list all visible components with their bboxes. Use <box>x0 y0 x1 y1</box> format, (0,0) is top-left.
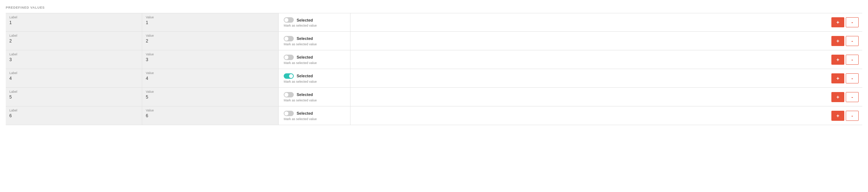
selected-sublabel-6: Mark as selected value <box>284 117 345 121</box>
selected-sublabel-2: Mark as selected value <box>284 42 345 46</box>
label-field-3[interactable]: Label 3 <box>6 50 142 69</box>
toggle-4[interactable] <box>284 73 294 79</box>
selected-label-4: Selected <box>297 74 313 78</box>
table-row: Label 1 Value 1 Selected Mark as selecte… <box>6 13 862 32</box>
selected-group-1: Selected Mark as selected value <box>279 13 351 31</box>
label-field-header-4: Label <box>9 71 138 75</box>
actions-group-5: + - <box>351 88 862 106</box>
toggle-5[interactable] <box>284 92 294 97</box>
selected-sublabel-4: Mark as selected value <box>284 80 345 83</box>
value-field-5[interactable]: Value 5 <box>142 88 279 106</box>
selected-sublabel-3: Mark as selected value <box>284 61 345 65</box>
label-field-1[interactable]: Label 1 <box>6 13 142 31</box>
remove-button-3[interactable]: - <box>846 55 859 65</box>
actions-group-3: + - <box>351 50 862 69</box>
selected-sublabel-1: Mark as selected value <box>284 24 345 27</box>
add-button-4[interactable]: + <box>831 73 844 83</box>
actions-group-6: + - <box>351 106 862 125</box>
add-button-5[interactable]: + <box>831 92 844 102</box>
value-field-value-4: 4 <box>146 76 275 81</box>
value-field-value-6: 6 <box>146 113 275 118</box>
selected-group-6: Selected Mark as selected value <box>279 106 351 125</box>
selected-label-2: Selected <box>297 36 313 41</box>
add-button-2[interactable]: + <box>831 36 844 46</box>
rows-container: Label 1 Value 1 Selected Mark as selecte… <box>6 13 862 125</box>
label-field-header-6: Label <box>9 109 138 112</box>
selected-label-1: Selected <box>297 18 313 22</box>
label-field-value-3: 3 <box>9 57 138 62</box>
label-field-header-1: Label <box>9 15 138 19</box>
selected-sublabel-5: Mark as selected value <box>284 99 345 102</box>
table-row: Label 5 Value 5 Selected Mark as selecte… <box>6 88 862 106</box>
label-field-value-5: 5 <box>9 95 138 100</box>
label-field-header-5: Label <box>9 90 138 93</box>
value-field-value-2: 2 <box>146 38 275 44</box>
remove-button-2[interactable]: - <box>846 36 859 46</box>
add-button-3[interactable]: + <box>831 55 844 65</box>
remove-button-6[interactable]: - <box>846 111 859 121</box>
add-button-6[interactable]: + <box>831 111 844 121</box>
selected-group-4: Selected Mark as selected value <box>279 69 351 87</box>
table-row: Label 4 Value 4 Selected Mark as selecte… <box>6 69 862 88</box>
value-field-value-5: 5 <box>146 95 275 100</box>
value-field-header-3: Value <box>146 52 275 56</box>
value-field-3[interactable]: Value 3 <box>142 50 279 69</box>
remove-button-5[interactable]: - <box>846 92 859 102</box>
table-row: Label 3 Value 3 Selected Mark as selecte… <box>6 50 862 69</box>
selected-label-6: Selected <box>297 111 313 115</box>
label-field-header-3: Label <box>9 52 138 56</box>
label-field-header-2: Label <box>9 34 138 37</box>
toggle-2[interactable] <box>284 36 294 41</box>
value-field-header-5: Value <box>146 90 275 93</box>
toggle-3[interactable] <box>284 55 294 60</box>
selected-group-2: Selected Mark as selected value <box>279 32 351 50</box>
selected-group-5: Selected Mark as selected value <box>279 88 351 106</box>
value-field-header-2: Value <box>146 34 275 37</box>
label-field-value-6: 6 <box>9 113 138 118</box>
value-field-header-1: Value <box>146 15 275 19</box>
selected-group-3: Selected Mark as selected value <box>279 50 351 69</box>
label-field-value-1: 1 <box>9 20 138 25</box>
label-field-2[interactable]: Label 2 <box>6 32 142 50</box>
actions-group-4: + - <box>351 69 862 87</box>
value-field-4[interactable]: Value 4 <box>142 69 279 87</box>
label-field-5[interactable]: Label 5 <box>6 88 142 106</box>
value-field-header-4: Value <box>146 71 275 75</box>
add-button-1[interactable]: + <box>831 17 844 27</box>
toggle-1[interactable] <box>284 17 294 23</box>
value-field-value-3: 3 <box>146 57 275 62</box>
label-field-value-4: 4 <box>9 76 138 81</box>
label-field-value-2: 2 <box>9 38 138 44</box>
value-field-2[interactable]: Value 2 <box>142 32 279 50</box>
table-row: Label 6 Value 6 Selected Mark as selecte… <box>6 106 862 125</box>
value-field-header-6: Value <box>146 109 275 112</box>
remove-button-1[interactable]: - <box>846 17 859 27</box>
selected-label-5: Selected <box>297 92 313 97</box>
actions-group-2: + - <box>351 32 862 50</box>
value-field-value-1: 1 <box>146 20 275 25</box>
label-field-6[interactable]: Label 6 <box>6 106 142 125</box>
actions-group-1: + - <box>351 13 862 31</box>
value-field-6[interactable]: Value 6 <box>142 106 279 125</box>
selected-label-3: Selected <box>297 55 313 59</box>
remove-button-4[interactable]: - <box>846 73 859 83</box>
table-row: Label 2 Value 2 Selected Mark as selecte… <box>6 32 862 50</box>
toggle-6[interactable] <box>284 111 294 116</box>
value-field-1[interactable]: Value 1 <box>142 13 279 31</box>
label-field-4[interactable]: Label 4 <box>6 69 142 87</box>
section-title: PREDEFINED VALUES <box>6 6 862 9</box>
